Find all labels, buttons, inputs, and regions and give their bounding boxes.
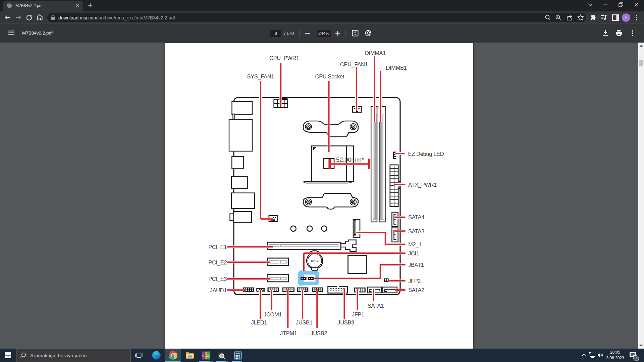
svg-text:JLED1: JLED1 [251,319,267,325]
svg-text:52.00mm*: 52.00mm* [336,156,364,163]
svg-text:ATX_PWR1: ATX_PWR1 [408,182,437,188]
svg-text:BAT1: BAT1 [311,259,319,262]
svg-text:PCI_E1: PCI_E1 [208,244,227,250]
svg-text:SATA4: SATA4 [408,214,424,220]
svg-text:JUSB3: JUSB3 [337,319,354,325]
svg-text:CPU_FAN1: CPU_FAN1 [340,61,368,68]
svg-text:JBAT1: JBAT1 [408,262,424,268]
svg-text:EZ Debug LED: EZ Debug LED [408,151,444,157]
svg-text:JUSB2: JUSB2 [311,330,327,336]
svg-text:DIMMA1: DIMMA1 [365,50,386,56]
svg-text:JUSB1: JUSB1 [296,319,313,325]
svg-text:JCOM1: JCOM1 [264,311,282,317]
svg-text:PCI_E3: PCI_E3 [208,276,227,282]
svg-text:SYS_FAN1: SYS_FAN1 [247,73,274,80]
svg-text:JAUD1: JAUD1 [210,287,227,293]
svg-text:JTPM1: JTPM1 [280,330,297,336]
svg-text:CPU_PWR1: CPU_PWR1 [269,55,299,61]
svg-text:SATA3: SATA3 [408,228,424,234]
svg-text:JFP2: JFP2 [408,278,421,284]
svg-text:SATA2: SATA2 [408,287,424,293]
svg-text:SATA1: SATA1 [368,303,384,309]
svg-text:CPU Socket: CPU Socket [315,73,344,79]
svg-text:JFP1: JFP1 [352,311,364,317]
svg-text:JCI1: JCI1 [408,250,419,256]
svg-text:DIMMB1: DIMMB1 [386,65,407,71]
svg-text:PCI_E2: PCI_E2 [208,259,227,266]
svg-text:M2_1: M2_1 [408,241,422,248]
